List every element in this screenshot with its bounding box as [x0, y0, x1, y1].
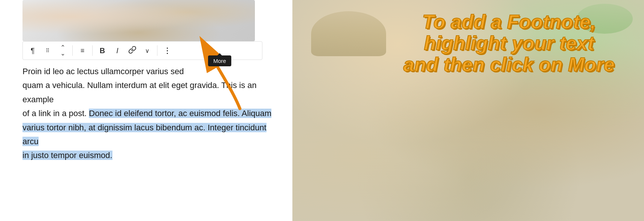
bold-button[interactable]: B [96, 44, 109, 57]
drag-button[interactable]: ⠿ [41, 44, 54, 57]
italic-button[interactable]: I [111, 44, 124, 57]
bold-icon: B [100, 46, 105, 55]
more-dots-button[interactable]: ⋮ [160, 44, 174, 57]
text-line-5: in justo tempor euismod. [22, 148, 277, 162]
text-paragraph-3: of a link in a post. [22, 109, 87, 118]
text-line-4: varius tortor nibh, at dignissim lacus b… [22, 121, 277, 149]
paragraph-button[interactable]: ¶ [26, 44, 39, 57]
drag-icon: ⠿ [46, 48, 50, 54]
tooltip-text: More [213, 58, 226, 64]
text-paragraph-1: Proin id leo ac lectus ullamcorper variu… [22, 67, 184, 76]
align-icon: ≡ [81, 47, 85, 55]
main-container: ¶ ⠿ ⌃⌄ ≡ B I [0, 0, 644, 221]
divider-2 [92, 45, 93, 56]
more-arrow-button[interactable]: ∨ [141, 44, 154, 57]
toolbar-group-left: ¶ ⠿ ⌃⌄ [26, 44, 69, 57]
text-paragraph-2: quam a vehicula. Nullam interdum at elit… [22, 81, 256, 104]
editor-text-content: Proin id leo ac lectus ullamcorper variu… [22, 64, 277, 163]
right-panel: To add a Footnote, highlight your text a… [292, 0, 644, 221]
vertical-dots-icon: ⋮ [163, 47, 171, 54]
editor-area: ¶ ⠿ ⌃⌄ ≡ B I [0, 0, 292, 221]
link-button[interactable] [126, 44, 139, 57]
move-button[interactable]: ⌃⌄ [56, 44, 69, 57]
align-button[interactable]: ≡ [76, 44, 89, 57]
instruction-text: To add a Footnote, highlight your text a… [382, 11, 637, 76]
text-line-1: Proin id leo ac lectus ullamcorper variu… [22, 64, 277, 78]
text-highlighted-3: in justo tempor euismod. [22, 151, 112, 160]
move-icon: ⌃⌄ [60, 45, 65, 57]
toolbar-group-align: ≡ [76, 44, 89, 57]
link-icon [128, 46, 136, 56]
more-tooltip: More [208, 55, 231, 66]
paragraph-icon: ¶ [31, 46, 35, 55]
toolbar-group-format: B I ∨ [96, 44, 154, 57]
divider-1 [72, 45, 73, 56]
italic-icon: I [116, 46, 118, 55]
food-image-top [22, 0, 255, 41]
instruction-line-3: and then click on More [382, 54, 637, 75]
instruction-line-2: highlight your text [382, 33, 637, 54]
chevron-down-icon: ∨ [145, 47, 150, 54]
instruction-line-1: To add a Footnote, [382, 11, 637, 33]
text-line-2: quam a vehicula. Nullam interdum at elit… [22, 78, 277, 106]
divider-3 [157, 45, 157, 56]
text-highlighted-2: varius tortor nibh, at dignissim lacus b… [22, 123, 267, 146]
text-line-3: of a link in a post. Donec id eleifend t… [22, 106, 277, 120]
text-highlighted-1: Donec id eleifend tortor, ac euismod fel… [89, 109, 271, 118]
food-decor-1 [311, 11, 386, 56]
